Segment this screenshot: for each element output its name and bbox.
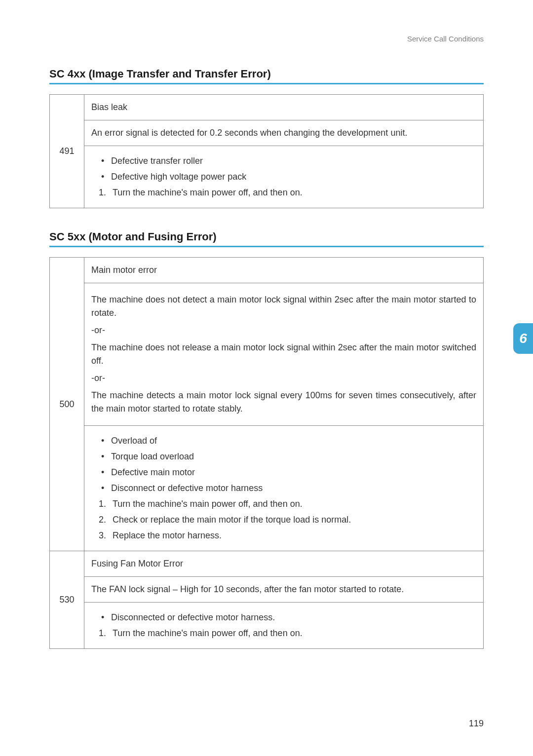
table-sc4xx: 491 Bias leak An error signal is detecte… bbox=[49, 94, 484, 208]
step-item: Turn the machine's main power off, and t… bbox=[99, 186, 476, 199]
row-desc: An error signal is detected for 0.2 seco… bbox=[84, 120, 484, 146]
row-desc: The machine does not detect a main motor… bbox=[84, 283, 484, 426]
step-item: Turn the machine's main power off, and t… bbox=[99, 627, 476, 640]
section-title-4xx: SC 4xx (Image Transfer and Transfer Erro… bbox=[49, 68, 484, 80]
bullet-item: Defective transfer roller bbox=[101, 154, 476, 168]
row-details: Defective transfer roller Defective high… bbox=[84, 146, 484, 208]
desc-part: The machine does not release a main moto… bbox=[91, 341, 476, 368]
section-title-5xx: SC 5xx (Motor and Fusing Error) bbox=[49, 230, 484, 243]
code-cell-500: 500 bbox=[50, 258, 84, 551]
section-divider bbox=[49, 246, 484, 247]
row-details: Disconnected or defective motor harness.… bbox=[84, 603, 484, 649]
section-divider bbox=[49, 83, 484, 84]
desc-or: -or- bbox=[91, 372, 476, 385]
chapter-tab: 6 bbox=[513, 323, 533, 354]
table-sc5xx: 500 Main motor error The machine does no… bbox=[49, 257, 484, 649]
desc-part: The machine does not detect a main motor… bbox=[91, 293, 476, 320]
row-details: Overload of Torque load overload Defecti… bbox=[84, 426, 484, 551]
page-number: 119 bbox=[469, 718, 484, 729]
header-breadcrumb: Service Call Conditions bbox=[49, 35, 484, 43]
bullet-item: Defective high voltage power pack bbox=[101, 170, 476, 184]
desc-or: -or- bbox=[91, 324, 476, 337]
step-item: Replace the motor harness. bbox=[99, 529, 476, 542]
row-desc: The FAN lock signal – High for 10 second… bbox=[84, 577, 484, 603]
bullet-item: Overload of bbox=[101, 434, 476, 448]
code-cell-530: 530 bbox=[50, 551, 84, 649]
row-title: Fusing Fan Motor Error bbox=[84, 551, 484, 577]
row-title: Main motor error bbox=[84, 258, 484, 283]
row-title: Bias leak bbox=[84, 95, 484, 120]
code-cell-491: 491 bbox=[50, 95, 84, 208]
bullet-item: Disconnect or defective motor harness bbox=[101, 482, 476, 495]
bullet-item: Disconnected or defective motor harness. bbox=[101, 611, 476, 624]
step-item: Check or replace the main motor if the t… bbox=[99, 513, 476, 527]
bullet-item: Defective main motor bbox=[101, 466, 476, 479]
desc-part: The machine detects a main motor lock si… bbox=[91, 389, 476, 416]
bullet-item: Torque load overload bbox=[101, 450, 476, 463]
step-item: Turn the machine's main power off, and t… bbox=[99, 497, 476, 511]
